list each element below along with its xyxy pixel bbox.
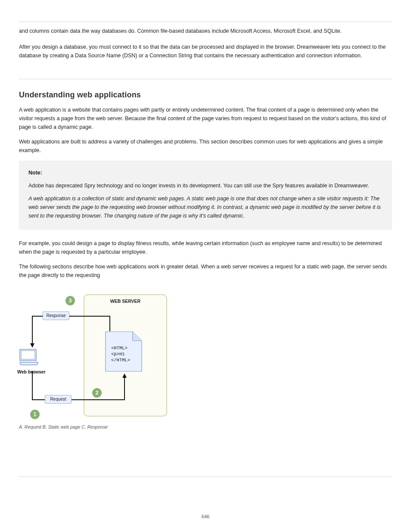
response-line-v2 (109, 316, 110, 331)
web-server-label: WEB SERVER (84, 299, 166, 304)
note-box: Note: Adobe has deprecated Spry technolo… (19, 161, 392, 230)
file-line-3: </HTML> (111, 358, 130, 363)
file-code-text: <HTML> <p>H1 </HTML> (111, 345, 130, 364)
request-line-v2 (124, 377, 125, 400)
request-response-diagram: WEB SERVER <HTML> <p>H1 </HTML> Web brow… (19, 290, 174, 419)
section-rule (19, 79, 392, 79)
response-pill: Response (43, 311, 69, 320)
step-badge-1: 1 (30, 410, 40, 419)
document-page: and columns contain data the way databas… (0, 0, 411, 532)
body-paragraph-1: A web application is a website that cont… (19, 106, 392, 131)
step-badge-3: 3 (65, 296, 75, 305)
web-browser-label: Web browser (17, 369, 46, 374)
request-line-v1 (32, 371, 33, 399)
top-text-block: and columns contain data the way databas… (19, 22, 392, 79)
request-pill: Request (45, 395, 72, 404)
body-paragraph-2: Web applications are built to address a … (19, 137, 392, 155)
figure-caption: A. Request B. Static web page C. Respons… (19, 424, 392, 429)
request-arrowhead-icon (122, 373, 127, 378)
page-number: 646 (0, 514, 411, 519)
body-paragraph-3: For example, you could design a page to … (19, 239, 392, 256)
body-paragraph-4: The following sections describe how web … (19, 262, 392, 280)
response-arrowhead-icon (30, 343, 34, 348)
response-line-v (32, 316, 33, 344)
file-line-2: <p>H1 (111, 352, 125, 357)
lead-paragraph: and columns contain data the way databas… (19, 27, 392, 35)
file-line-1: <HTML> (111, 345, 128, 351)
note-heading: Note: (28, 168, 383, 177)
bottom-rule (19, 476, 392, 477)
note-paragraph-1: Adobe has deprecated Spry technology and… (28, 181, 383, 190)
svg-rect-1 (21, 351, 35, 359)
section-heading: Understanding web applications (19, 90, 392, 100)
step-badge-2: 2 (92, 388, 102, 398)
note-paragraph-2: A web application is a collection of sta… (28, 194, 383, 220)
intro-paragraph: After you design a database, you must co… (19, 43, 392, 60)
diagram-container: WEB SERVER <HTML> <p>H1 </HTML> Web brow… (19, 290, 392, 419)
monitor-icon (19, 348, 40, 367)
